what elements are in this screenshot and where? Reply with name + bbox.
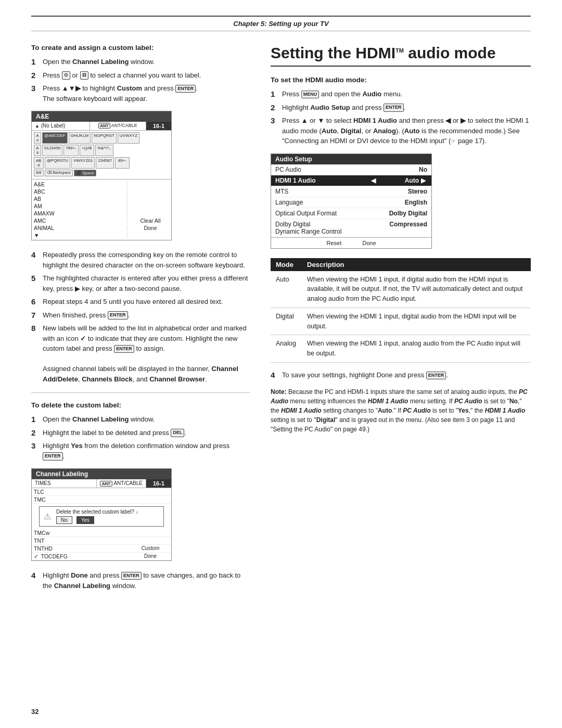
kb-row-1: A① @ABCDEF GHIJKLM NOPQRST UVWXYZ xyxy=(34,132,169,144)
final-step-list: 4 Highlight Done and press ENTER to save… xyxy=(31,570,250,591)
channel-icon: ⊙ xyxy=(62,71,70,80)
hdmi-step-2: 2 Highlight Audio Setup and press ENTER. xyxy=(271,103,531,113)
channel-row-animal: ANIMAL Done xyxy=(32,224,171,232)
audio-row-mts: MTS Stereo xyxy=(271,186,431,197)
step-6: 6 Repeat steps 4 and 5 until you have en… xyxy=(31,297,250,307)
cb2-row-tmcw: TMCw xyxy=(32,529,171,537)
mode-digital-label: Digital xyxy=(271,308,302,335)
channel-row-amc: AMC Clear All xyxy=(32,217,171,224)
channel-labeling-box-1: A&E ▲ (No Label) ANT ANT/CABLE 16-1 A① @… xyxy=(31,111,172,240)
channel-box-header: ▲ (No Label) ANT ANT/CABLE 16-1 xyxy=(32,122,171,131)
steps-4-8-list: 4 Repeatedly press the corresponding key… xyxy=(31,250,250,384)
del-icon: DEL xyxy=(171,429,184,437)
enter-icon-4: ENTER xyxy=(43,452,63,461)
confirm-content: Delete the selected custom label? ↓ No Y… xyxy=(56,509,138,524)
cb2-row-tocdefg: ✓ TOCDEFG Done xyxy=(32,553,171,560)
trademark-symbol: TM xyxy=(395,47,404,54)
warning-icon: ⚠ xyxy=(44,512,51,521)
enter-icon-2: ENTER xyxy=(108,311,128,320)
kb-row-3: AB③ @PQRSTU VWXYZ01 234567 89+- xyxy=(34,157,169,169)
step-4: 4 Repeatedly press the corresponding key… xyxy=(31,250,250,270)
section-divider-1 xyxy=(31,392,250,393)
cb2-row-tmc: TMC xyxy=(32,496,171,504)
hdmi-final-step-4: 4 To save your settings, highlight Done … xyxy=(271,370,531,380)
cb2-row-tnthd: TNTHD Custom xyxy=(32,545,171,553)
times-label: TIMES xyxy=(32,479,97,488)
delete-steps-list: 1 Open the Channel Labeling window. 2 Hi… xyxy=(31,414,250,461)
kb-row-2: A② 0123456 789+- =()#$ %&*!?,. xyxy=(34,145,169,156)
create-step-2: 2 Press ⊙ or ⊟ to select a channel you w… xyxy=(31,70,250,81)
chapter-header: Chapter 5: Setting up your TV xyxy=(31,16,531,31)
mode-auto-desc: When viewing the HDMI 1 input, if digita… xyxy=(302,271,531,308)
step-7: 7 When finished, press ENTER. xyxy=(31,310,250,321)
channel-box-2-header: TIMES ANT ANT/CABLE 16-1 xyxy=(32,479,171,488)
main-content: To create and assign a custom label: 1 O… xyxy=(31,44,531,598)
confirm-dialog-wrapper: ⚠ Delete the selected custom label? ↓ No… xyxy=(32,504,171,529)
mode-col-header: Mode xyxy=(271,258,302,271)
audio-row-dolby: Dolby DigitalDynamic Range Control Compr… xyxy=(271,219,431,237)
create-steps-list: 1 Open the Channel Labeling window. 2 Pr… xyxy=(31,57,250,104)
channel-box-2-rows: TLC TMC ⚠ Delete the selected custom lab… xyxy=(32,488,171,560)
mode-table-header-row: Mode Description xyxy=(271,258,531,271)
delete-label-heading: To delete the custom label: xyxy=(31,401,250,409)
audio-setup-box: Audio Setup PC Audio No HDMI 1 Audio ◀ A… xyxy=(271,154,432,249)
cb2-row-tnt: TNT xyxy=(32,537,171,545)
note-paragraph: Note: Because the PC and HDMI-1 inputs s… xyxy=(271,387,531,434)
keyboard-area: A① @ABCDEF GHIJKLM NOPQRST UVWXYZ A② 012… xyxy=(32,131,171,180)
create-step-3: 3 Press ▲▼▶ to highlight Custom and pres… xyxy=(31,83,250,104)
hdmi-final-step-list: 4 To save your settings, highlight Done … xyxy=(271,370,531,380)
channel-box-rows: A&E ABC AB AM xyxy=(32,180,171,240)
page-number: 32 xyxy=(31,708,39,716)
hdmi-step-1: 1 Press MENU and open the Audio menu. xyxy=(271,89,531,99)
audio-done-btn[interactable]: Done xyxy=(362,240,376,246)
delete-step-3: 3 Highlight Yes from the deletion confir… xyxy=(31,441,250,461)
confirm-text: Delete the selected custom label? ↓ xyxy=(56,509,138,515)
confirm-yes-button[interactable]: Yes xyxy=(76,516,94,524)
mode-row-analog: Analog When viewing the HDMI 1 input, an… xyxy=(271,335,531,363)
enter-icon-7: ENTER xyxy=(426,372,446,380)
menu-icon: MENU xyxy=(301,91,320,99)
right-column: Setting the HDMITM audio mode To set the… xyxy=(271,44,531,598)
create-step-1: 1 Open the Channel Labeling window. xyxy=(31,57,250,67)
delete-step-2: 2 Highlight the label to be deleted and … xyxy=(31,428,250,438)
channel-row-am: AM xyxy=(32,202,171,210)
enter-icon-1: ENTER xyxy=(175,85,196,93)
channel-row-ab: AB xyxy=(32,195,171,202)
mode-row-auto: Auto When viewing the HDMI 1 input, if d… xyxy=(271,271,531,308)
channel-box-title: A&E xyxy=(32,111,171,122)
ant-cable-label: ANT ANT/CABLE xyxy=(90,122,146,130)
channel-labeling-box-2: Channel Labeling TIMES ANT ANT/CABLE 16-… xyxy=(31,468,172,561)
mode-row-digital: Digital When viewing the HDMI 1 input, d… xyxy=(271,308,531,335)
create-label-heading: To create and assign a custom label: xyxy=(31,44,250,52)
enter-icon-5: ENTER xyxy=(121,572,142,580)
mode-analog-desc: When viewing the HDMI 1 input, analog au… xyxy=(302,335,531,363)
mode-description-table: Mode Description Auto When viewing the H… xyxy=(271,258,531,363)
step-8: 8 New labels will be added to the list i… xyxy=(31,323,250,384)
mode-analog-label: Analog xyxy=(271,335,302,363)
audio-row-hdmi1: HDMI 1 Audio ◀ Auto ▶ xyxy=(271,175,431,186)
description-col-header: Description xyxy=(302,258,531,271)
channel-row-abc: ABC xyxy=(32,188,171,195)
page: Chapter 5: Setting up your TV To create … xyxy=(0,0,562,728)
mode-table-body: Auto When viewing the HDMI 1 input, if d… xyxy=(271,271,531,363)
channel-number: 16-1 xyxy=(146,122,171,130)
channel-row-arrow: ▼ xyxy=(32,232,171,239)
hdmi-steps-list: 1 Press MENU and open the Audio menu. 2 … xyxy=(271,89,531,146)
ant-cable-2: ANT ANT/CABLE xyxy=(97,479,146,488)
channel-row-ane: A&E xyxy=(32,181,171,188)
audio-row-optical: Optical Output Format Dolby Digital xyxy=(271,208,431,219)
kb-row-4: AM ⌫ Backspace ⬛ Space xyxy=(34,170,169,176)
enter-icon-3: ENTER xyxy=(114,345,134,353)
enter-icon-6: ENTER xyxy=(384,104,404,112)
confirm-dialog: ⚠ Delete the selected custom label? ↓ No… xyxy=(39,506,164,527)
audio-setup-bottom: Reset Done xyxy=(271,237,431,248)
step-5: 5 The highlighted character is entered a… xyxy=(31,273,250,293)
guide-icon: ⊟ xyxy=(80,71,88,80)
audio-row-language: Language English xyxy=(271,197,431,208)
mode-auto-label: Auto xyxy=(271,271,302,308)
confirm-no-button[interactable]: No xyxy=(56,516,72,524)
chapter-header-text: Chapter 5: Setting up your TV xyxy=(233,20,328,28)
confirm-buttons: No Yes xyxy=(56,516,138,524)
audio-setup-title: Audio Setup xyxy=(271,154,431,164)
audio-reset-btn[interactable]: Reset xyxy=(326,240,341,246)
